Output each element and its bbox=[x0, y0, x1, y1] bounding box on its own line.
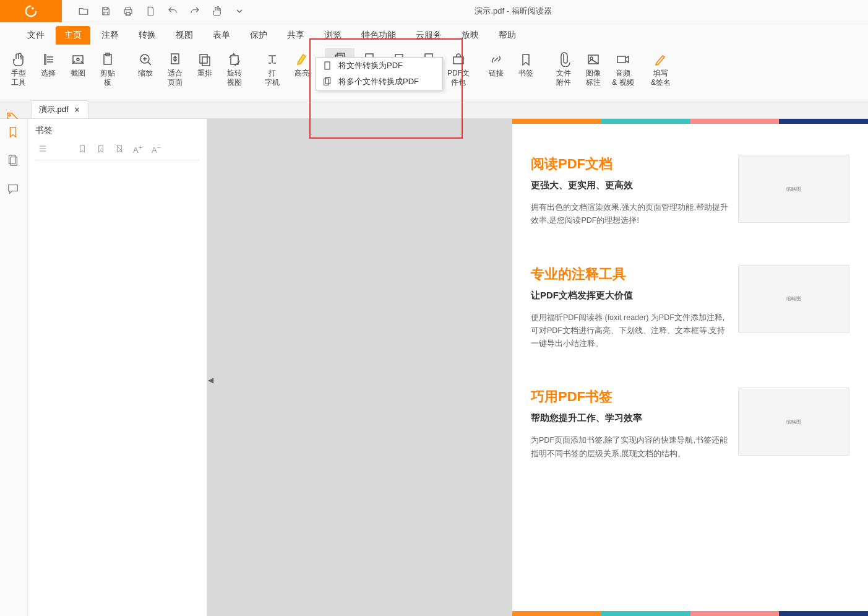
document-canvas: ◀ 阅读PDF文档 更强大、更实用、更高效 拥有出色的文档渲染效果,强大的页面管… bbox=[207, 119, 868, 616]
list-view-icon[interactable] bbox=[38, 144, 48, 154]
main-area: 书签 A+ A− ◀ 阅读PDF文档 更强大、更实用、更高效 拥有出色的文档渲染… bbox=[0, 119, 868, 616]
menu-home[interactable]: 主页 bbox=[56, 26, 90, 45]
document-tab[interactable]: 演示.pdf ✕ bbox=[31, 100, 88, 118]
select-button[interactable]: 选择 bbox=[33, 48, 63, 80]
document-tab-label: 演示.pdf bbox=[39, 104, 69, 115]
bookmark-button[interactable]: 书签 bbox=[511, 48, 541, 80]
titlebar: 演示.pdf - 福昕阅读器 bbox=[0, 0, 868, 22]
text-size-down-icon[interactable]: A− bbox=[152, 144, 161, 154]
add-bookmark-icon[interactable] bbox=[77, 144, 87, 154]
svg-point-2 bbox=[77, 58, 79, 61]
menu-file[interactable]: 文件 bbox=[19, 26, 53, 45]
snapshot-button[interactable]: 截图 bbox=[63, 48, 93, 80]
menu-convert[interactable]: 转换 bbox=[130, 26, 165, 45]
section1-heading: 阅读PDF文档 bbox=[531, 155, 729, 173]
undo-icon[interactable] bbox=[167, 6, 178, 17]
collapse-handle[interactable]: ◀ bbox=[207, 368, 213, 393]
section-read-pdf: 阅读PDF文档 更强大、更实用、更高效 拥有出色的文档渲染效果,强大的页面管理功… bbox=[512, 124, 868, 234]
close-tab-icon[interactable]: ✕ bbox=[74, 105, 80, 115]
print-icon[interactable] bbox=[122, 6, 134, 17]
convert-multi-to-pdf-item[interactable]: 将多个文件转换成PDF bbox=[316, 74, 442, 90]
rearrange-button[interactable]: 重排 bbox=[190, 48, 220, 80]
fit-page-button[interactable]: 适合 页面 bbox=[160, 48, 190, 89]
file-convert-dropdown: 将文件转换为PDF 将多个文件转换成PDF bbox=[316, 57, 443, 90]
qa-dropdown-icon[interactable] bbox=[234, 6, 245, 17]
document-tab-row: 演示.pdf ✕ bbox=[0, 100, 868, 119]
window-title: 演示.pdf - 福昕阅读器 bbox=[245, 6, 781, 17]
link-button[interactable]: 链接 bbox=[481, 48, 511, 80]
fill-sign-button[interactable]: 填写 &签名 bbox=[646, 48, 676, 89]
text-size-up-icon[interactable]: A+ bbox=[133, 144, 143, 154]
comments-rail-icon[interactable] bbox=[6, 182, 21, 197]
section1-body: 拥有出色的文档渲染效果,强大的页面管理功能,帮助提升效率,是您阅读PDF的理想选… bbox=[531, 201, 729, 228]
menu-browse[interactable]: 浏览 bbox=[316, 26, 350, 45]
pdf-portfolio-button[interactable]: PDF文 件包 bbox=[444, 48, 473, 89]
section3-subheading: 帮助您提升工作、学习效率 bbox=[531, 412, 729, 424]
hand-qa-icon[interactable] bbox=[212, 6, 223, 17]
section1-thumbnail: 缩略图 bbox=[738, 155, 849, 223]
quick-access-toolbar bbox=[62, 6, 245, 17]
section2-heading: 专业的注释工具 bbox=[531, 265, 729, 284]
audio-video-button[interactable]: 音频 & 视频 bbox=[608, 48, 638, 89]
file-attach-button[interactable]: 文件 附件 bbox=[549, 48, 578, 89]
rotate-view-button[interactable]: 旋转 视图 bbox=[220, 48, 249, 89]
bookmarks-toolbar: A+ A− bbox=[35, 144, 199, 154]
menu-cloud[interactable]: 云服务 bbox=[407, 26, 450, 45]
section3-body: 为PDF页面添加书签,除了实现内容的快速导航,书签还能指明不同书签的层级关系,展… bbox=[531, 434, 729, 461]
highlight-button[interactable]: 高亮 bbox=[287, 48, 317, 80]
menu-protect[interactable]: 保护 bbox=[241, 26, 276, 45]
pdf-page: 阅读PDF文档 更强大、更实用、更高效 拥有出色的文档渲染效果,强大的页面管理功… bbox=[512, 119, 868, 616]
page-bottom-stripe bbox=[512, 611, 868, 616]
zoom-button[interactable]: 缩放 bbox=[131, 48, 160, 80]
section2-body: 使用福昕PDF阅读器 (foxit reader) 为PDF文件添加注释,可对P… bbox=[531, 311, 729, 351]
goto-bookmark-icon[interactable] bbox=[96, 144, 106, 154]
foxit-logo bbox=[0, 0, 62, 22]
svg-rect-18 bbox=[617, 56, 625, 63]
save-icon[interactable] bbox=[100, 6, 111, 17]
menu-special[interactable]: 特色功能 bbox=[353, 26, 405, 45]
menu-annotate[interactable]: 注释 bbox=[93, 26, 127, 45]
typewriter-button[interactable]: 打 字机 bbox=[257, 48, 287, 89]
open-icon[interactable] bbox=[78, 6, 89, 17]
bookmarks-panel: 书签 A+ A− bbox=[28, 119, 207, 616]
bookmarks-rail-icon[interactable] bbox=[6, 125, 21, 140]
section2-subheading: 让PDF文档发挥更大价值 bbox=[531, 290, 729, 301]
page-top-stripe bbox=[512, 119, 868, 124]
menu-share[interactable]: 共享 bbox=[278, 26, 313, 45]
menu-form[interactable]: 表单 bbox=[204, 26, 239, 45]
image-annot-button[interactable]: 图像 标注 bbox=[578, 48, 608, 89]
hand-tool-button[interactable]: 手型 工具 bbox=[4, 48, 33, 89]
section-bookmarks: 巧用PDF书签 帮助您提升工作、学习效率 为PDF页面添加书签,除了实现内容的快… bbox=[512, 357, 868, 467]
section-annotation-tools: 专业的注释工具 让PDF文档发挥更大价值 使用福昕PDF阅读器 (foxit r… bbox=[512, 234, 868, 357]
svg-rect-19 bbox=[325, 62, 330, 69]
menubar: 文件 主页 注释 转换 视图 表单 保护 共享 浏览 特色功能 云服务 放映 帮… bbox=[0, 22, 868, 45]
svg-rect-8 bbox=[202, 57, 210, 66]
pages-rail-icon[interactable] bbox=[6, 154, 21, 168]
section2-thumbnail: 缩略图 bbox=[738, 265, 849, 333]
section3-heading: 巧用PDF书签 bbox=[531, 388, 729, 406]
clipboard-button[interactable]: 剪贴 板 bbox=[93, 48, 122, 89]
menu-play[interactable]: 放映 bbox=[453, 26, 488, 45]
bookmarks-panel-title: 书签 bbox=[35, 125, 199, 136]
svg-point-0 bbox=[32, 7, 34, 9]
menu-help[interactable]: 帮助 bbox=[490, 26, 525, 45]
convert-to-pdf-item[interactable]: 将文件转换为PDF bbox=[316, 58, 442, 74]
section1-subheading: 更强大、更实用、更高效 bbox=[531, 180, 729, 191]
svg-point-22 bbox=[9, 115, 11, 116]
document-icon[interactable] bbox=[145, 6, 156, 17]
svg-rect-7 bbox=[200, 54, 207, 63]
menu-view[interactable]: 视图 bbox=[167, 26, 202, 45]
section3-thumbnail: 缩略图 bbox=[738, 388, 849, 456]
redo-icon[interactable] bbox=[189, 6, 200, 17]
delete-bookmark-icon[interactable] bbox=[114, 144, 124, 154]
svg-rect-15 bbox=[453, 57, 463, 64]
svg-rect-9 bbox=[231, 56, 238, 64]
left-rail bbox=[0, 119, 28, 616]
